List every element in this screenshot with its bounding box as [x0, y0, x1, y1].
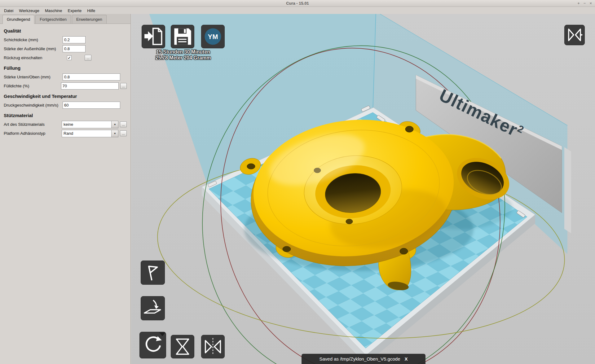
printer-frame-post — [564, 147, 571, 233]
save-icon — [171, 25, 194, 48]
menu-maschine[interactable]: Maschine — [42, 8, 65, 14]
platform-adhesion-value: Rand — [62, 130, 111, 137]
retraction-more-button[interactable]: ... — [85, 55, 91, 61]
menu-werkzeuge[interactable]: Werkzeuge — [16, 8, 42, 14]
support-type-label: Art des Stützmaterials — [4, 122, 62, 127]
menu-datei[interactable]: Datei — [1, 8, 16, 14]
print-speed-input[interactable] — [63, 102, 120, 109]
chevron-down-icon[interactable]: ▾ — [111, 130, 118, 137]
support-type-select[interactable]: keine ▾ — [62, 121, 118, 128]
section-fill: Füllung — [4, 65, 127, 71]
youmagine-share-button[interactable]: YM — [201, 25, 225, 48]
view-mode-icon — [565, 25, 584, 45]
row-retraction: Rückzug einschalten ✓ ... — [4, 53, 127, 62]
minimize-icon[interactable]: − — [584, 0, 586, 7]
load-model-icon — [142, 25, 165, 48]
saved-notification: Saved as /tmp/Zyklon_Oben_V5.gcode X — [302, 354, 425, 364]
view-mode-button[interactable] — [564, 25, 585, 45]
mirror-icon — [201, 335, 224, 358]
row-platform-adhesion: Platform Adhäsionstyp Rand ▾ ... — [4, 129, 127, 138]
titlebar: Cura - 15.01 + − × — [0, 0, 595, 7]
rotate-reset-icon — [141, 261, 165, 284]
rotate-button[interactable] — [139, 332, 166, 358]
tabstrip: Grundlegend Fortgeschritten Erweiterunge… — [0, 14, 130, 24]
lay-flat-button[interactable] — [141, 296, 165, 320]
row-fill-density: Fülldichte (%) ... — [4, 81, 127, 90]
shell-thickness-label: Stärke der Außenhülle (mm) — [4, 46, 63, 51]
bottom-top-input[interactable] — [63, 73, 120, 81]
saved-notification-text: Saved as /tmp/Zyklon_Oben_V5.gcode — [319, 356, 400, 362]
row-layer-height: Schichtdicke (mm) — [4, 35, 127, 44]
chevron-down-icon[interactable]: ▾ — [111, 121, 118, 128]
svg-text:YM: YM — [208, 33, 218, 41]
window-title: Cura - 15.01 — [0, 0, 595, 7]
row-shell-thickness: Stärke der Außenhülle (mm) — [4, 44, 127, 53]
section-support: Stützmaterial — [4, 113, 127, 118]
load-model-button[interactable] — [142, 25, 165, 48]
mirror-button[interactable] — [201, 335, 225, 358]
platform-adhesion-label: Platform Adhäsionstyp — [4, 131, 62, 136]
bottom-top-label: Stärke Unten/Oben (mm) — [4, 75, 63, 79]
platform-adhesion-more-button[interactable]: ... — [120, 130, 127, 136]
rotate-reset-button[interactable] — [141, 261, 165, 285]
section-quality: Qualität — [4, 28, 127, 33]
row-print-speed: Druckgeschwindigkeit (mm/s) — [4, 101, 127, 110]
fill-density-input[interactable] — [61, 82, 119, 90]
maximize-icon[interactable]: + — [577, 0, 580, 7]
settings-sidebar: Grundlegend Fortgeschritten Erweiterunge… — [0, 14, 131, 364]
fill-density-label: Fülldichte (%) — [4, 84, 61, 88]
support-type-more-button[interactable]: ... — [120, 121, 127, 127]
scale-icon — [171, 335, 194, 358]
rotate-icon — [140, 332, 166, 358]
print-material: 25.78 Meter 204 Gramm — [131, 55, 235, 61]
retraction-label: Rückzug einschalten — [4, 55, 63, 60]
support-type-value: keine — [62, 121, 111, 128]
notification-close-button[interactable]: X — [404, 356, 408, 362]
menubar: Datei Werkzeuge Maschine Experte Hilfe — [0, 7, 595, 14]
scale-button[interactable] — [171, 335, 194, 358]
fill-density-more-button[interactable]: ... — [120, 83, 127, 89]
tab-erweiterungen[interactable]: Erweiterungen — [72, 15, 107, 24]
section-speed-temp: Geschwindigkeit und Temperatur — [4, 94, 127, 99]
row-bottom-top: Stärke Unten/Oben (mm) — [4, 72, 127, 81]
window-controls: + − × — [577, 0, 592, 7]
platform-adhesion-select[interactable]: Rand ▾ — [62, 130, 118, 137]
3d-scene: Ultimaker2 — [131, 14, 595, 364]
settings-panel: Qualität Schichtdicke (mm) Stärke der Au… — [0, 24, 130, 138]
print-speed-label: Druckgeschwindigkeit (mm/s) — [4, 103, 63, 107]
menu-experte[interactable]: Experte — [65, 8, 85, 14]
tab-grundlegend[interactable]: Grundlegend — [2, 15, 34, 24]
close-icon[interactable]: × — [589, 0, 592, 7]
retraction-checkbox[interactable]: ✓ — [67, 55, 72, 60]
tab-fortgeschritten[interactable]: Fortgeschritten — [35, 15, 71, 24]
layer-height-label: Schichtdicke (mm) — [4, 37, 63, 42]
save-toolpath-button[interactable] — [171, 25, 194, 48]
shell-thickness-input[interactable] — [63, 45, 86, 52]
print-time: 15 Stunden 30 Minuten — [131, 49, 235, 55]
3d-viewport[interactable]: Ultimaker2 — [131, 14, 595, 364]
lay-flat-icon — [141, 296, 165, 320]
row-support-type: Art des Stützmaterials keine ▾ ... — [4, 120, 127, 129]
youmagine-icon: YM — [201, 25, 224, 48]
layer-height-input[interactable] — [63, 36, 86, 43]
menu-hilfe[interactable]: Hilfe — [84, 8, 98, 14]
print-stats: 15 Stunden 30 Minuten 25.78 Meter 204 Gr… — [131, 49, 235, 61]
